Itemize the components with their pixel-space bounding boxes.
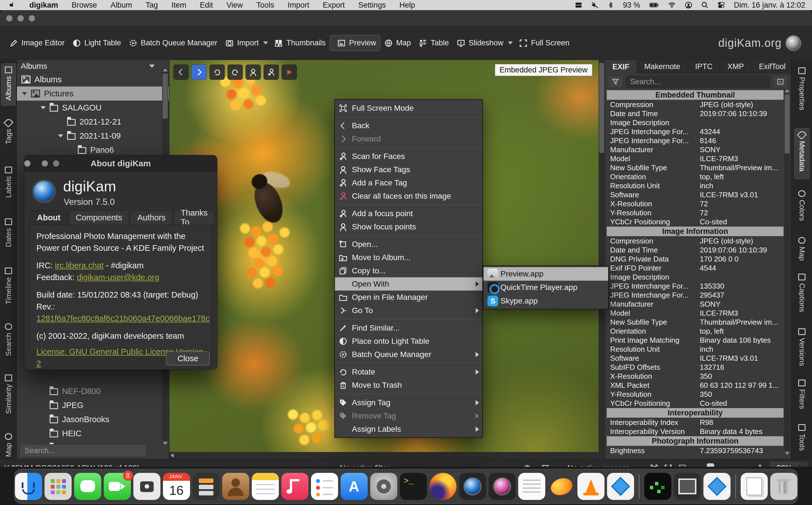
menubar-item-export[interactable]: Export (316, 0, 352, 10)
window-minimize-button[interactable] (17, 15, 24, 21)
expander-icon[interactable] (22, 92, 27, 95)
menu-item-move-to-album[interactable]: Move to Album... (335, 251, 483, 264)
dock-contacts-icon[interactable] (222, 473, 249, 500)
tab-makernote[interactable]: Makernote (637, 60, 688, 73)
dock-digikam-icon[interactable] (459, 473, 486, 500)
tree-item-2021-11-09[interactable]: 2021-11-09 (17, 129, 169, 143)
scroll-down-icon[interactable] (163, 442, 167, 445)
preview-horizontal-scrollbar[interactable] (169, 452, 605, 459)
window-zoom-button[interactable] (29, 15, 35, 21)
scroll-down-icon[interactable] (785, 452, 789, 455)
scroll-left-icon[interactable] (170, 453, 174, 458)
sidebar-tab-filters[interactable]: Filters (794, 377, 809, 413)
filter-funnel-button[interactable] (608, 75, 623, 88)
metadata-scrollbar[interactable] (784, 94, 790, 450)
dock-trash-icon[interactable] (770, 473, 797, 500)
menu-item-batch-queue-manager[interactable]: Batch Queue Manager (335, 348, 483, 361)
dock-facetime-icon[interactable]: 8 (104, 473, 131, 500)
menu-item-back[interactable]: Back (335, 119, 483, 132)
dialog-zoom-button[interactable] (24, 160, 30, 167)
submenu-item-skype[interactable]: SSkype.app (484, 294, 608, 308)
dock-system-preferences-icon[interactable] (370, 473, 397, 500)
dock-showfoto-icon[interactable] (489, 473, 516, 500)
dock-music-icon[interactable] (281, 473, 308, 500)
expander-icon[interactable] (41, 106, 46, 109)
dock-launchpad-icon[interactable] (44, 473, 72, 500)
sidebar-tab-search[interactable]: Search (1, 320, 16, 355)
tree-item-albums-root[interactable]: Albums (17, 72, 169, 87)
submenu-item-quicktime[interactable]: QuickTime Player.app (484, 281, 608, 294)
sidebar-tab-labels[interactable]: Labels (1, 164, 16, 199)
apple-menu-icon[interactable] (9, 1, 15, 9)
slideshow-dropdown-arrow[interactable] (508, 41, 513, 44)
menu-item-remove-tag[interactable]: Remove Tag (335, 409, 483, 423)
metadata-search-input[interactable] (626, 75, 770, 88)
sidebar-tab-properties[interactable]: Properties (794, 64, 809, 120)
zoom-fit-select-icon[interactable] (650, 459, 658, 467)
sidebar-tab-captions[interactable]: Captions (794, 271, 809, 317)
sidebar-tab-similarity[interactable]: Similarity (1, 372, 16, 414)
menubar-item-tools[interactable]: Tools (250, 0, 281, 10)
albums-panel-header[interactable]: Albums (17, 60, 169, 72)
tab-exiftool[interactable]: ExifTool (752, 60, 791, 73)
dock-emulator-window-icon[interactable] (644, 473, 671, 500)
sidebar-tab-map[interactable]: Map (1, 430, 16, 459)
bluetooth-icon[interactable] (607, 1, 614, 9)
dock-documents-icon[interactable] (741, 473, 768, 500)
keyboard-icon[interactable] (575, 1, 582, 9)
menubar-item-view[interactable]: View (220, 0, 250, 10)
menu-item-copy-to[interactable]: Copy to... (335, 264, 483, 277)
dock-mango-app-icon[interactable] (548, 473, 575, 500)
dock-picture-window-icon[interactable] (674, 473, 701, 500)
sidebar-tab-map-right[interactable]: Map (794, 234, 809, 263)
window-close-button[interactable] (6, 15, 12, 21)
menu-item-scan-for-faces[interactable]: Scan for Faces (335, 150, 483, 163)
menu-item-add-a-face-tag[interactable]: Add a Face Tag (335, 176, 483, 189)
dock-appstore-icon[interactable]: A (341, 473, 368, 500)
dock-finder-icon[interactable] (15, 473, 42, 500)
menu-item-full-screen-mode[interactable]: Full Screen Mode (335, 102, 483, 115)
dock-calculator-icon[interactable] (192, 473, 220, 500)
menu-item-place-onto-light-table[interactable]: Place onto Light Table (335, 335, 483, 348)
tree-item-jpeg[interactable]: JPEG (17, 398, 169, 412)
menu-item-go-to[interactable]: Go To (335, 304, 483, 317)
scroll-up-icon[interactable] (785, 89, 789, 92)
menubar-item-settings[interactable]: Settings (352, 0, 393, 10)
sidebar-tab-versions[interactable]: Versions (794, 326, 809, 368)
menu-item-find-similar[interactable]: Find Similar... (335, 321, 483, 335)
preview-forward-button[interactable] (191, 64, 207, 80)
albums-search-input[interactable] (20, 444, 147, 457)
dock-firefox-icon[interactable] (429, 473, 456, 500)
dock-messages-icon[interactable] (74, 473, 101, 500)
image-editor-button[interactable]: Image Editor (6, 35, 69, 51)
menu-item-open[interactable]: Open... (335, 237, 483, 251)
light-table-button[interactable]: Light Table (69, 35, 125, 51)
statusbar-filter-icon[interactable] (541, 459, 549, 467)
preview-button[interactable]: Preview (329, 35, 380, 51)
expander-icon[interactable] (58, 134, 63, 138)
dock-vlc-icon[interactable] (577, 473, 604, 500)
volume-muted-icon[interactable] (591, 1, 598, 9)
sidebar-tab-tools[interactable]: Tools (794, 421, 809, 453)
tab-exif[interactable]: EXIF (605, 60, 637, 73)
preview-back-button[interactable] (173, 64, 188, 80)
battery-icon[interactable] (649, 1, 659, 9)
zoom-fit-window-icon[interactable] (664, 459, 672, 467)
dock-calendar-icon[interactable]: JANV.16 (163, 473, 190, 500)
user-account-icon[interactable] (685, 1, 692, 9)
sidebar-tab-metadata[interactable]: Metadata (794, 128, 809, 179)
rotate-left-button[interactable] (210, 64, 225, 80)
menubar-item-help[interactable]: Help (392, 0, 422, 10)
menubar-item-album[interactable]: Album (104, 0, 139, 10)
preview-vertical-scrollbar[interactable] (598, 60, 605, 459)
slideshow-button[interactable]: Slideshow (453, 35, 507, 51)
irc-link[interactable]: irc.libera.chat (55, 261, 104, 270)
tab-iptc[interactable]: IPTC (688, 60, 720, 73)
tab-components[interactable]: Components (69, 210, 129, 224)
dock-reminders-icon[interactable] (311, 473, 338, 500)
close-button[interactable]: Close (166, 351, 210, 365)
zoom-100-icon[interactable] (678, 459, 686, 467)
dock-virtualbox-icon[interactable] (607, 473, 634, 500)
import-button[interactable]: Import (221, 35, 263, 51)
scroll-up-icon[interactable] (163, 68, 167, 71)
